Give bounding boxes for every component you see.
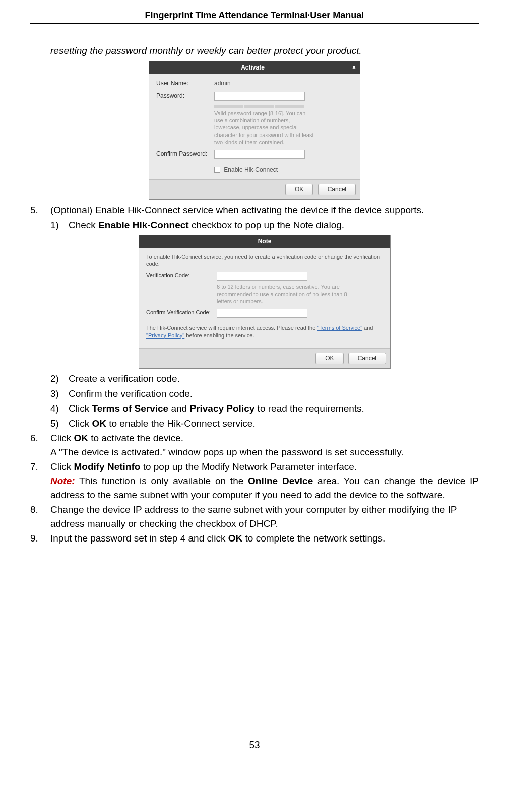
dialog-title: Note — [143, 237, 386, 246]
password-strength-meter — [214, 105, 353, 108]
terms-of-service-link[interactable]: "Terms of Service" — [317, 325, 362, 331]
step-number: 5. — [30, 203, 44, 430]
password-input[interactable] — [214, 92, 305, 101]
dialog-titlebar: Activate × — [149, 61, 360, 74]
page-header: Fingerprint Time Attendance Terminal·Use… — [30, 10, 479, 24]
cancel-button[interactable]: Cancel — [348, 353, 386, 364]
username-label: User Name: — [156, 79, 214, 88]
substep-number: 2) — [50, 372, 65, 386]
enable-checkbox-label: Enable Hik-Connect — [224, 166, 278, 173]
ok-button[interactable]: OK — [315, 353, 343, 364]
confirm-password-label: Confirm Password: — [156, 150, 214, 158]
terms-text: The Hik-Connect service will require int… — [146, 324, 383, 339]
dialog-title: Activate — [153, 63, 352, 72]
step-text: A "The device is activated." window pops… — [50, 445, 479, 459]
username-value: admin — [214, 79, 353, 88]
substep-text: Confirm the verification code. — [65, 387, 479, 401]
page-number: 53 — [30, 737, 479, 751]
note-intro: To enable Hik-Connect service, you need … — [146, 253, 383, 268]
confirm-password-input[interactable] — [214, 150, 305, 159]
password-hint: Valid password range [8-16]. You can use… — [214, 110, 315, 146]
note-dialog: Note To enable Hik-Connect service, you … — [139, 235, 391, 369]
step-text: (Optional) Enable Hik-Connect service wh… — [50, 203, 479, 217]
substep-number: 4) — [50, 401, 65, 416]
note-label: Note: — [50, 476, 75, 486]
substep-number: 1) — [50, 218, 65, 232]
step-number: 9. — [30, 531, 44, 546]
step-text: Change the device IP address to the same… — [44, 503, 479, 530]
step-number: 7. — [30, 460, 44, 502]
substep-number: 5) — [50, 417, 65, 431]
intro-line: resetting the password monthly or weekly… — [50, 44, 479, 58]
verification-code-input[interactable] — [217, 272, 307, 281]
page-content: resetting the password monthly or weekly… — [30, 44, 479, 546]
vc-label: Verification Code: — [146, 272, 217, 280]
password-label: Password: — [156, 92, 214, 100]
step-number: 6. — [30, 431, 44, 459]
enable-hik-connect-checkbox[interactable] — [214, 167, 220, 173]
confirm-verification-code-input[interactable] — [217, 309, 307, 318]
substep-number: 3) — [50, 387, 65, 401]
cancel-button[interactable]: Cancel — [318, 184, 356, 195]
activate-dialog: Activate × User Name: admin Password: Va… — [149, 61, 360, 200]
dialog-titlebar: Note — [139, 235, 390, 248]
cvc-label: Confirm Verification Code: — [146, 309, 217, 317]
substep-text: Create a verification code. — [65, 372, 479, 386]
close-icon[interactable]: × — [352, 63, 356, 72]
vc-hint: 6 to 12 letters or numbers, case sensiti… — [217, 283, 358, 305]
ok-button[interactable]: OK — [285, 184, 313, 195]
step-number: 8. — [30, 503, 44, 530]
privacy-policy-link[interactable]: "Privacy Policy" — [146, 332, 184, 339]
